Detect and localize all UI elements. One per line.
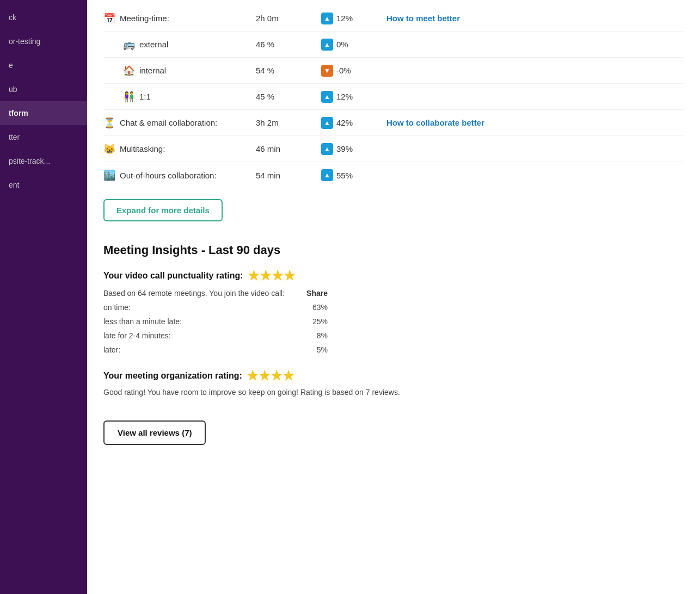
sidebar-item-ub[interactable]: ub — [0, 77, 87, 101]
punct-2-4-min-value: 8% — [317, 330, 328, 341]
sidebar-item-psite-track[interactable]: psite-track... — [0, 149, 87, 173]
organization-stars: ★ ★ ★ ★ — [247, 368, 294, 383]
punct-less-than-min-label: less than a minute late: — [103, 316, 285, 327]
arrow-up-icon: ▲ — [321, 13, 333, 24]
stat-label-external: 🚌 external — [103, 39, 256, 51]
stat-label-multitasking: 😸 Multitasking: — [103, 143, 256, 155]
stat-change-multitasking: ▲ 39% — [321, 143, 386, 155]
stat-value-chat-email: 3h 2m — [256, 118, 321, 127]
insights-title: Meeting Insights - Last 90 days — [103, 243, 684, 257]
sidebar-item-tter[interactable]: tter — [0, 125, 87, 149]
organization-rating-label: Your meeting organization rating: ★ ★ ★ … — [103, 368, 684, 383]
out-of-hours-icon: 🏙️ — [103, 169, 115, 181]
sidebar-item-e[interactable]: e — [0, 53, 87, 77]
sidebar-item-tform[interactable]: tform — [0, 101, 87, 125]
stat-row-one-on-one: 👫 1:1 45 % ▲ 12% — [103, 84, 684, 110]
punct-values: Share 63% 25% 8% 5% — [306, 288, 328, 355]
punct-later-value: 5% — [317, 344, 328, 355]
stat-label-one-on-one: 👫 1:1 — [103, 91, 256, 103]
stat-label-meeting-time: 📅 Meeting-time: — [103, 13, 256, 24]
stat-value-multitasking: 46 min — [256, 144, 321, 153]
sidebar-item-or-testing[interactable]: or-testing — [0, 29, 87, 53]
org-star-3: ★ — [271, 368, 283, 383]
arrow-up-icon: ▲ — [321, 39, 333, 51]
punctuality-rating-block: Your video call punctuality rating: ★ ★ … — [103, 268, 684, 355]
stat-row-meeting-time: 📅 Meeting-time: 2h 0m ▲ 12% How to meet … — [103, 5, 684, 32]
calendar-icon: 📅 — [103, 13, 115, 24]
punct-on-time-value: 63% — [312, 302, 328, 313]
arrow-down-icon: ▼ — [321, 65, 333, 77]
stat-change-out-of-hours: ▲ 55% — [321, 169, 386, 181]
punctuality-stars: ★ ★ ★ ★ — [248, 268, 296, 283]
star-1: ★ — [248, 268, 260, 283]
expand-details-button[interactable]: Expand for more details — [103, 199, 223, 221]
star-2: ★ — [260, 268, 272, 283]
stat-change-chat-email: ▲ 42% — [321, 117, 386, 129]
main-content: 📅 Meeting-time: 2h 0m ▲ 12% How to meet … — [87, 0, 700, 594]
stat-label-chat-email: ⏳ Chat & email collaboration: — [103, 117, 256, 129]
stat-row-internal: 🏠 internal 54 % ▼ -0% — [103, 58, 684, 84]
one-on-one-icon: 👫 — [123, 91, 135, 103]
punctuality-table: Based on 64 remote meetings. You join th… — [103, 288, 684, 355]
stat-label-out-of-hours: 🏙️ Out-of-hours collaboration: — [103, 169, 256, 181]
arrow-up-icon: ▲ — [321, 117, 333, 129]
punct-desc-header: Based on 64 remote meetings. You join th… — [103, 288, 285, 299]
external-icon: 🚌 — [123, 39, 135, 51]
punct-share-header: Share — [306, 288, 328, 299]
stat-row-external: 🚌 external 46 % ▲ 0% — [103, 32, 684, 58]
star-4: ★ — [284, 268, 296, 283]
chat-email-icon: ⏳ — [103, 117, 115, 129]
how-to-collaborate-better-link[interactable]: How to collaborate better — [386, 118, 484, 127]
organization-rating-desc: Good rating! You have room to improve so… — [103, 388, 684, 397]
arrow-up-icon: ▲ — [321, 91, 333, 103]
sidebar: ck or-testing e ub tform tter psite-trac… — [0, 0, 87, 594]
stats-section: 📅 Meeting-time: 2h 0m ▲ 12% How to meet … — [103, 5, 684, 188]
punct-less-than-min-value: 25% — [312, 316, 328, 327]
stat-value-internal: 54 % — [256, 66, 321, 75]
insights-section: Meeting Insights - Last 90 days Your vid… — [103, 243, 684, 445]
stat-label-internal: 🏠 internal — [103, 65, 256, 77]
arrow-up-icon: ▲ — [321, 169, 333, 181]
punct-later-label: later: — [103, 344, 285, 355]
org-star-4: ★ — [283, 368, 294, 383]
stat-row-chat-email: ⏳ Chat & email collaboration: 3h 2m ▲ 42… — [103, 110, 684, 136]
stat-row-multitasking: 😸 Multitasking: 46 min ▲ 39% — [103, 136, 684, 162]
org-star-1: ★ — [247, 368, 259, 383]
internal-icon: 🏠 — [123, 65, 135, 77]
stat-change-internal: ▼ -0% — [321, 65, 386, 77]
sidebar-item-ck[interactable]: ck — [0, 5, 87, 29]
organization-rating-block: Your meeting organization rating: ★ ★ ★ … — [103, 368, 684, 397]
how-to-meet-better-link[interactable]: How to meet better — [386, 14, 460, 23]
stat-change-one-on-one: ▲ 12% — [321, 91, 386, 103]
stat-row-out-of-hours: 🏙️ Out-of-hours collaboration: 54 min ▲ … — [103, 162, 684, 188]
stat-value-external: 46 % — [256, 40, 321, 49]
arrow-up-icon: ▲ — [321, 143, 333, 155]
stat-change-meeting-time: ▲ 12% — [321, 13, 386, 24]
star-3: ★ — [272, 268, 284, 283]
punct-labels: Based on 64 remote meetings. You join th… — [103, 288, 285, 355]
multitasking-icon: 😸 — [103, 143, 115, 155]
stat-value-one-on-one: 45 % — [256, 92, 321, 101]
punct-on-time-label: on time: — [103, 302, 285, 313]
org-star-2: ★ — [259, 368, 271, 383]
punct-2-4-min-label: late for 2-4 minutes: — [103, 330, 285, 341]
view-all-reviews-button[interactable]: View all reviews (7) — [103, 420, 206, 445]
stat-change-external: ▲ 0% — [321, 39, 386, 51]
stat-value-meeting-time: 2h 0m — [256, 14, 321, 23]
stat-value-out-of-hours: 54 min — [256, 171, 321, 180]
sidebar-item-ent[interactable]: ent — [0, 173, 87, 197]
punctuality-rating-label: Your video call punctuality rating: ★ ★ … — [103, 268, 684, 283]
